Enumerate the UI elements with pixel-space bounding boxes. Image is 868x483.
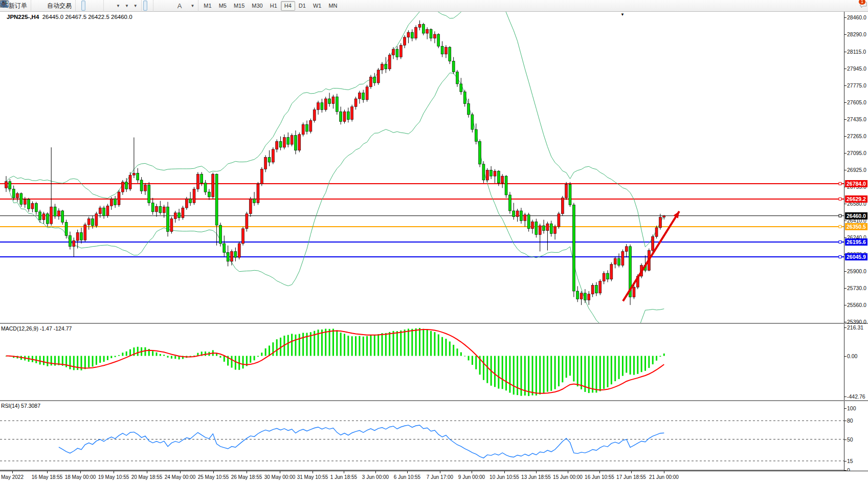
price-line-badge: 26195.6 (845, 238, 867, 246)
templates-button[interactable]: ▼ (131, 1, 140, 11)
time-tick (664, 471, 664, 473)
main-chart-panel[interactable] (0, 12, 844, 323)
tile-windows-button[interactable] (98, 1, 102, 11)
fibonacci-tool-button[interactable]: F (171, 1, 175, 11)
macd-histogram-bar (400, 331, 402, 356)
candle-body (242, 229, 244, 244)
time-label: 17 Jun 18:55 (616, 474, 646, 480)
indicator-window-delete-button[interactable] (109, 1, 114, 11)
crosshair-tool-button[interactable] (147, 1, 151, 11)
candle-body (377, 70, 380, 83)
ray-handle[interactable] (839, 197, 841, 200)
timeframe-m15-button[interactable]: M15 (230, 1, 248, 11)
macd-indicator-label: MACD(12,26,9) -1.47 -124.77 (1, 325, 72, 332)
time-label: 18 May 00:00 (65, 474, 96, 480)
candle-body (332, 97, 335, 104)
ray-handle[interactable] (839, 255, 841, 258)
macd-axis[interactable]: 216.310.00-442.76 (844, 324, 868, 400)
timeframe-d1-button[interactable]: D1 (295, 1, 309, 11)
candlestick-mode-button[interactable] (81, 1, 85, 11)
ray-handle[interactable] (839, 214, 841, 217)
timeframe-mn-button[interactable]: MN (325, 1, 341, 11)
vertical-line-tool-button[interactable] (155, 1, 159, 11)
cursor-tool-button[interactable] (143, 1, 147, 11)
candle-body (618, 258, 620, 266)
periods-button[interactable]: ▼ (122, 1, 131, 11)
label-tool-button[interactable]: T (184, 1, 188, 11)
candle-body (369, 77, 372, 86)
timeframe-m5-button[interactable]: M5 (215, 1, 230, 11)
candle-body (404, 37, 406, 46)
history-center-button[interactable] (33, 1, 37, 11)
zoom-in-button[interactable] (90, 1, 94, 11)
macd-scale-label: 216.31 (847, 324, 863, 331)
macd-panel[interactable] (0, 324, 844, 400)
macd-histogram-bar (344, 334, 345, 356)
candle-body (497, 171, 500, 183)
timeframe-m30-button[interactable]: M30 (248, 1, 266, 11)
macd-histogram-bar (332, 329, 334, 356)
notifications-button[interactable]: 1 (859, 1, 863, 11)
autotrading-button[interactable]: 自动交易 (45, 1, 74, 11)
signals-button[interactable] (41, 1, 45, 11)
time-label: 30 May 00:00 (264, 474, 296, 480)
price-tick-label: 25560.0 (847, 302, 866, 308)
macd-histogram-bar (254, 356, 255, 361)
candle-body (426, 29, 429, 33)
ray-handle[interactable] (839, 240, 841, 243)
periods-caret: ▼ (125, 4, 129, 8)
rsi-panel[interactable] (0, 401, 844, 471)
timeframe-m1-button[interactable]: M1 (200, 1, 215, 11)
candle-body (576, 291, 579, 299)
profile-button[interactable] (37, 1, 41, 11)
candle-body (42, 214, 45, 220)
new-order-button[interactable]: 新订单 (7, 1, 29, 11)
price-tick-label: 27605.0 (847, 99, 866, 105)
trendline-tool-button[interactable] (163, 1, 167, 11)
indicator-window-button[interactable] (105, 1, 109, 11)
add-indicator-button[interactable]: ▼ (114, 1, 122, 11)
channel-tool-button[interactable]: E (167, 1, 171, 11)
price-axis[interactable]: 28460.028290.028115.027945.027775.027605… (844, 12, 868, 323)
time-axis[interactable]: May 202216 May 18:5518 May 00:0019 May 1… (0, 471, 868, 483)
macd-histogram-bar (88, 356, 90, 368)
rsi-axis[interactable]: 1008050150 (844, 401, 868, 471)
candle-body (189, 199, 192, 203)
line-chart-mode-button[interactable] (85, 1, 90, 11)
ray-handle[interactable] (839, 225, 841, 228)
price-tick (844, 305, 847, 305)
macd-histogram-bar (129, 349, 131, 356)
search-button[interactable] (850, 1, 854, 11)
macd-histogram-bar (569, 356, 571, 376)
macd-histogram-bar (351, 336, 353, 356)
candle-body (580, 293, 583, 299)
price-chart-canvas[interactable] (0, 12, 844, 323)
candle-body (366, 87, 368, 100)
macd-histogram-bar (163, 355, 165, 356)
macd-histogram-bar (265, 348, 266, 356)
zoom-out-button[interactable] (94, 1, 98, 11)
rsi-canvas[interactable] (0, 401, 844, 471)
macd-canvas[interactable] (0, 324, 844, 400)
candle-body (354, 99, 357, 107)
candle-body (501, 176, 504, 183)
bar-chart-mode-button[interactable] (77, 1, 81, 11)
price-tick (844, 204, 847, 204)
text-tool-button[interactable]: A (175, 1, 184, 11)
ray-handle[interactable] (839, 182, 841, 185)
candle-body (433, 34, 436, 38)
timeframe-h4-button[interactable]: H4 (281, 1, 295, 11)
horizontal-line-tool-button[interactable] (159, 1, 163, 11)
macd-histogram-bar (644, 356, 646, 371)
candle-body (61, 211, 64, 222)
timeframe-w1-button[interactable]: W1 (309, 1, 325, 11)
chart-shift-marker[interactable]: ▼ (620, 12, 625, 17)
candle-body (603, 273, 605, 281)
macd-histogram-bar (566, 356, 567, 378)
timeframe-h1-button[interactable]: H1 (266, 1, 281, 11)
candle-body (479, 141, 481, 164)
candle-body (238, 244, 240, 257)
shapes-tool-button[interactable]: ▼ (188, 1, 196, 11)
macd-histogram-bar (126, 352, 127, 356)
macd-histogram-bar (276, 339, 278, 356)
